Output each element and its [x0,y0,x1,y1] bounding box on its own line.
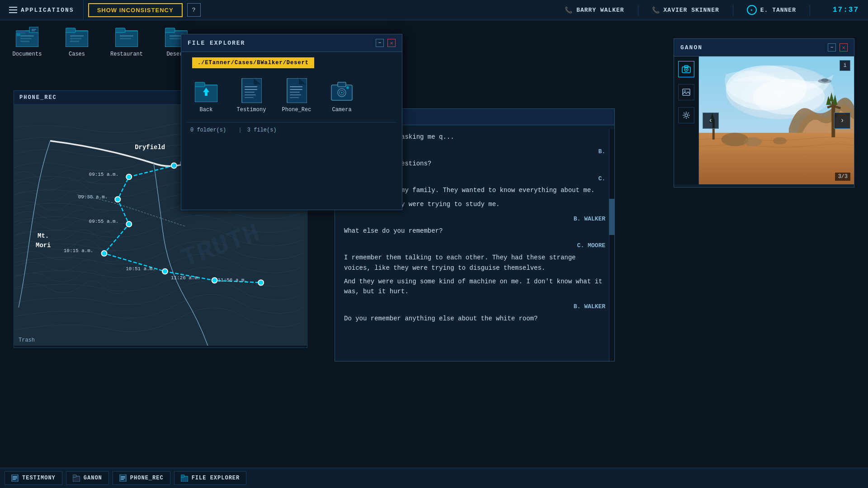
testimony-line-5: What else do you remember? [344,226,605,236]
svg-point-29 [162,269,168,274]
taskbar-phone-rec[interactable]: PHONE_REC [113,471,170,485]
file-explorer-minimize-button[interactable]: – [376,39,384,47]
svg-rect-89 [13,478,17,479]
svg-point-25 [126,174,132,179]
svg-rect-48 [245,86,257,87]
svg-rect-59 [290,97,299,98]
taskbar-phone-rec-icon [119,474,127,482]
svg-text:10:51 a.m.: 10:51 a.m. [126,266,156,272]
applications-button[interactable]: APPLICATIONS [0,0,84,20]
svg-rect-2 [17,33,20,36]
ganon-image-counter: 3/3 [835,173,850,181]
svg-point-24 [171,163,177,169]
help-button[interactable]: ? [187,3,201,17]
testimony-label: Testimony [237,107,266,113]
documents-label: Documents [13,51,42,57]
testimony-line-6: I remember them talking to each other. T… [344,253,605,273]
ganon-prev-button[interactable]: ‹ [703,113,719,129]
testimony-speaker-3: B. WALKER [344,215,605,224]
svg-text:09:35 a.m.: 09:35 a.m. [78,194,108,200]
ganon-info-button[interactable]: i [840,60,850,71]
svg-rect-58 [290,94,301,95]
taskbar-ganon[interactable]: GANON [66,471,109,485]
ganon-controls: – ✕ [828,43,848,52]
contact-xavier-name: XAVIER SKINNER [664,7,719,14]
ganon-minimize-button[interactable]: – [828,43,836,52]
svg-rect-57 [290,92,300,93]
svg-point-83 [744,137,762,146]
taskbar-phone-rec-label: PHONE_REC [130,475,164,481]
applications-label: APPLICATIONS [21,7,74,14]
svg-point-68 [686,69,687,70]
topbar-divider [638,5,638,16]
svg-rect-10 [66,28,75,33]
ganon-next-button[interactable]: › [834,113,850,129]
contact-tanner-name: E. TANNER [760,7,796,14]
svg-text:Dryfield: Dryfield [135,144,165,151]
ganon-close-button[interactable]: ✕ [840,43,848,52]
taskbar-file-explorer-icon [181,474,188,482]
svg-rect-49 [245,89,257,90]
taskbar-testimony-icon [11,474,19,482]
folder-count: 0 folder(s) [190,127,226,133]
back-label: Back [200,107,213,113]
topbar-divider-3 [810,5,810,16]
ganon-window: GANON – ✕ [674,38,854,188]
contact-barry-name: BARRY WALKER [576,7,624,14]
contact-e-tanner[interactable]: ✦ E. TANNER [747,5,796,15]
taskbar-testimony-label: TESTIMONY [22,475,56,481]
svg-rect-52 [245,97,254,98]
file-explorer-header: FILE EXPLORER – ✕ [181,34,402,52]
svg-rect-15 [115,28,125,33]
taskbar: TESTIMONY GANON PHONE_REC [0,468,868,488]
svg-point-72 [685,114,688,117]
svg-rect-4 [20,38,32,39]
topbar-divider-2 [733,5,733,16]
phone-icon: 📞 [565,6,573,14]
ganon-camera-tool[interactable] [678,61,694,77]
svg-point-27 [126,221,132,227]
file-explorer-close-button[interactable]: ✕ [387,39,396,47]
svg-point-65 [346,86,349,89]
ganon-image-tool[interactable] [678,84,694,100]
svg-text:Mt.: Mt. [38,232,49,239]
file-item-back[interactable]: Back [190,78,222,113]
svg-rect-46 [242,78,262,103]
contact-barry-walker[interactable]: 📞 BARRY WALKER [565,6,624,14]
trash-label: Trash [19,337,35,343]
svg-rect-12 [70,38,81,39]
contact-xavier-skinner[interactable]: 📞 XAVIER SKINNER [652,6,719,14]
file-explorer-path[interactable]: ./ETanner/Cases/BWalker/Desert [192,57,314,68]
ganon-body: i ‹ › 3/3 [674,56,854,184]
taskbar-file-explorer[interactable]: FILE EXPLORER [174,471,247,485]
ganon-settings-tool[interactable] [678,107,694,123]
svg-point-26 [115,197,120,202]
svg-text:11:56 a.m.: 11:56 a.m. [218,277,248,283]
svg-point-31 [258,280,264,286]
file-item-testimony[interactable]: Testimony [236,78,267,113]
taskbar-ganon-label: GANON [84,475,102,481]
svg-rect-13 [70,41,79,42]
show-inconsistency-button[interactable]: Show IncOnSiSTEncy [88,3,183,17]
ganon-image-area: i ‹ › 3/3 [699,56,854,184]
desktop-icon-cases[interactable]: Cases [59,25,95,57]
taskbar-testimony[interactable]: TESTIMONY [5,471,62,485]
svg-rect-51 [245,94,256,95]
desktop-icon-restaurant[interactable]: Restaurant [108,25,145,57]
svg-rect-98 [181,475,184,477]
svg-rect-16 [120,35,133,37]
svg-rect-3 [20,35,34,37]
file-item-camera[interactable]: Camera [326,78,358,113]
svg-text:11:26 a.m.: 11:26 a.m. [171,275,201,281]
restaurant-folder-icon [115,25,138,48]
svg-rect-88 [13,476,17,477]
file-item-phone-rec[interactable]: Phone_Rec [281,78,312,113]
desktop-icon-documents[interactable]: Documents [9,25,45,57]
contacts-area: 📞 BARRY WALKER 📞 XAVIER SKINNER ✦ E. TAN… [565,5,868,16]
testimony-scrollbar[interactable] [609,129,614,361]
scroll-thumb [609,199,614,235]
svg-point-82 [722,133,749,146]
svg-text:10:15 a.m.: 10:15 a.m. [64,248,94,253]
camera-label: Camera [332,107,351,113]
taskbar-file-explorer-label: FILE EXPLORER [192,475,240,481]
